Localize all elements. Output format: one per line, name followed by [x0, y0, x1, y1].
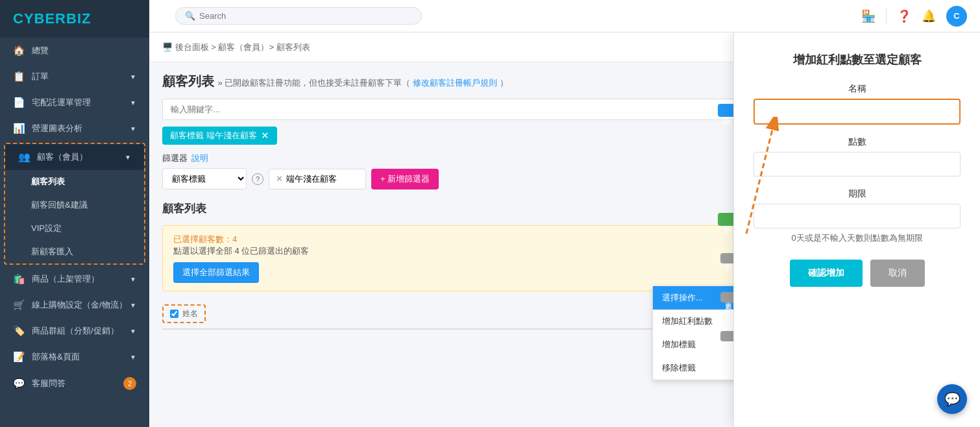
- chevron-down-icon: ▼: [130, 302, 136, 309]
- sidebar-subitem-label: 顧客回饋&建議: [31, 199, 88, 211]
- customers-icon: 👥: [18, 151, 31, 163]
- panel-expiry-field: 期限 0天或是不輸入天數則點數為無期限: [753, 188, 961, 244]
- avatar[interactable]: C: [946, 6, 967, 27]
- cart-icon: 🛒: [13, 299, 25, 311]
- panel-hint-text: 0天或是不輸入天數則點數為無期限: [753, 232, 961, 244]
- main-area: 🔍 🏪 ❓ 🔔 C 🖥️ 後台面板 > 顧客（會員）> 顧客列表 🔍: [149, 0, 980, 427]
- register-rules-link[interactable]: 修改顧客註冊帳戶規則: [413, 78, 497, 88]
- filter-help-icon[interactable]: ?: [252, 173, 263, 185]
- customer-tag: 顧客標籤 端午淺在顧客 ✕: [162, 127, 277, 145]
- tag-remove-button[interactable]: ✕: [261, 130, 269, 141]
- chat-icon: 💬: [944, 391, 961, 407]
- customers-group: 👥 顧客（會員） ▼ 顧客列表 顧客回饋&建議 VIP設定 新顧客匯入: [4, 143, 145, 265]
- sidebar-subitem-reviews[interactable]: 顧客回饋&建議: [5, 193, 144, 217]
- breadcrumb-text: 🖥️ 後台面板 > 顧客（會員）> 顧客列表: [162, 42, 310, 53]
- name-column-header: 姓名: [162, 304, 206, 323]
- sidebar-item-products[interactable]: 🛍️ 商品（上架管理） ▼: [0, 266, 149, 292]
- sidebar-item-label: 宅配託運單管理: [32, 97, 91, 108]
- tag-icon: 🏷️: [13, 325, 25, 337]
- sidebar-subitem-label: 新顧客匯入: [31, 246, 73, 258]
- sidebar-subitem-label: VIP設定: [31, 223, 62, 234]
- support-badge: 2: [123, 377, 136, 390]
- top-header: 🔍 🏪 ❓ 🔔 C: [149, 0, 980, 32]
- bell-icon[interactable]: 🔔: [922, 9, 936, 23]
- sidebar-item-label: 顧客（會員）: [37, 151, 88, 163]
- panel-expiry-label: 期限: [753, 188, 961, 200]
- sidebar-item-overview[interactable]: 🏠 總覽: [0, 38, 149, 64]
- x-icon: ✕: [276, 174, 283, 184]
- logo: CYBERBIZ: [0, 0, 149, 38]
- sidebar-subitem-vip[interactable]: VIP設定: [5, 217, 144, 240]
- chevron-down-icon: ▼: [130, 354, 136, 361]
- panel-points-input[interactable]: [753, 152, 961, 177]
- sidebar-item-label: 線上購物設定（金/物流）: [32, 299, 127, 311]
- chat-button[interactable]: 💬: [937, 384, 967, 414]
- logo-text: CYBERBIZ: [13, 10, 91, 27]
- sidebar-subitem-customer-list[interactable]: 顧客列表: [5, 170, 144, 193]
- panel-name-input[interactable]: [753, 99, 961, 125]
- page-content: 🖥️ 後台面板 > 顧客（會員）> 顧客列表 🔍 顧客列表 » 已開啟顧客註冊功…: [149, 32, 980, 427]
- help-icon[interactable]: ❓: [897, 9, 911, 23]
- select-all-button[interactable]: 選擇全部篩選結果: [173, 262, 259, 283]
- global-search-input[interactable]: [199, 11, 412, 21]
- sidebar-item-support[interactable]: 💬 客服問答 2: [0, 370, 149, 397]
- add-filter-button[interactable]: + 新增篩選器: [371, 169, 439, 189]
- delivery-icon: 📄: [13, 97, 25, 108]
- panel-name-label: 名稱: [753, 83, 961, 95]
- confirm-button[interactable]: 確認增加: [790, 260, 863, 287]
- sidebar-item-product-groups[interactable]: 🏷️ 商品群組（分類/促銷） ▼: [0, 318, 149, 344]
- page-subtitle: » 已開啟顧客註冊功能，但也接受未註冊顧客下單（ 修改顧客註冊帳戶規則 ）: [218, 78, 508, 88]
- filter-tag-text: 端午淺在顧客: [286, 173, 337, 185]
- dropdown-item-add-points[interactable]: 增加紅利點數: [653, 310, 736, 333]
- page-title: 顧客列表 » 已開啟顧客註冊功能，但也接受未註冊顧客下單（ 修改顧客註冊帳戶規則…: [162, 74, 508, 88]
- sidebar-item-blog[interactable]: 📝 部落格&頁面 ▼: [0, 344, 149, 370]
- sidebar-subitem-import[interactable]: 新顧客匯入: [5, 240, 144, 263]
- panel-points-field: 點數: [753, 136, 961, 177]
- sidebar-subitem-label: 顧客列表: [31, 176, 65, 188]
- sidebar-item-orders[interactable]: 📋 訂單 ▼: [0, 64, 149, 90]
- right-panel: 增加紅利點數至選定顧客 名稱 點數 期限 0天或是不輸入天數則點數為無期限 確認…: [733, 32, 980, 427]
- filter-section-title: 篩選器: [162, 152, 188, 164]
- panel-buttons: 確認增加 取消: [753, 260, 961, 287]
- chevron-down-icon: ▼: [130, 73, 136, 80]
- chevron-down-icon: ▼: [130, 276, 136, 283]
- sidebar: CYBERBIZ 🏠 總覽 📋 訂單 ▼ 📄 宅配託運單管理 ▼ 📊 營運圖表分…: [0, 0, 149, 427]
- sidebar-item-label: 總覽: [32, 45, 49, 56]
- sidebar-item-label: 商品群組（分類/促銷）: [32, 325, 119, 337]
- sidebar-item-shop-settings[interactable]: 🛒 線上購物設定（金/物流） ▼: [0, 292, 149, 318]
- divider: [886, 8, 887, 24]
- panel-expiry-input[interactable]: [753, 204, 961, 228]
- sidebar-item-label: 商品（上架管理）: [32, 273, 99, 285]
- blog-icon: 📝: [13, 351, 25, 363]
- sidebar-item-analytics[interactable]: 📊 營運圖表分析 ▼: [0, 116, 149, 141]
- search-icon: 🔍: [185, 11, 195, 21]
- orders-icon: 📋: [13, 71, 25, 82]
- chevron-down-icon: ▼: [125, 154, 131, 161]
- dropdown-item-remove-tag[interactable]: 移除標籤: [653, 356, 736, 380]
- name-col-label: 姓名: [182, 308, 198, 319]
- customer-list-title: 顧客列表: [162, 201, 206, 216]
- chevron-down-icon: ▼: [130, 328, 136, 335]
- sidebar-item-customers[interactable]: 👥 顧客（會員） ▼: [5, 144, 144, 170]
- global-search-bar[interactable]: 🔍: [175, 7, 422, 25]
- products-icon: 🛍️: [13, 273, 25, 285]
- filter-tag-value: ✕ 端午淺在顧客: [269, 169, 366, 189]
- tag-label: 顧客標籤 端午淺在顧客: [170, 130, 257, 141]
- chevron-down-icon: ▼: [130, 125, 136, 132]
- filter-explain-link[interactable]: 說明: [191, 152, 208, 164]
- cancel-button[interactable]: 取消: [870, 260, 925, 287]
- sidebar-item-delivery[interactable]: 📄 宅配託運單管理 ▼: [0, 90, 149, 116]
- analytics-icon: 📊: [13, 123, 25, 134]
- store-icon[interactable]: 🏪: [861, 9, 876, 23]
- panel-title: 增加紅利點數至選定顧客: [753, 52, 961, 67]
- panel-points-label: 點數: [753, 136, 961, 148]
- sidebar-item-label: 部落格&頁面: [32, 351, 80, 363]
- header-right: 🏪 ❓ 🔔 C: [861, 6, 967, 27]
- select-all-checkbox[interactable]: [170, 310, 178, 318]
- filter-select[interactable]: 顧客標籤: [162, 168, 247, 189]
- chat-icon: 💬: [13, 378, 25, 389]
- panel-name-field: 名稱: [753, 83, 961, 125]
- sidebar-item-label: 訂單: [32, 71, 49, 82]
- sidebar-item-label: 營運圖表分析: [32, 123, 82, 134]
- sidebar-nav: 🏠 總覽 📋 訂單 ▼ 📄 宅配託運單管理 ▼ 📊 營運圖表分析 ▼ 👥 顧客（…: [0, 38, 149, 427]
